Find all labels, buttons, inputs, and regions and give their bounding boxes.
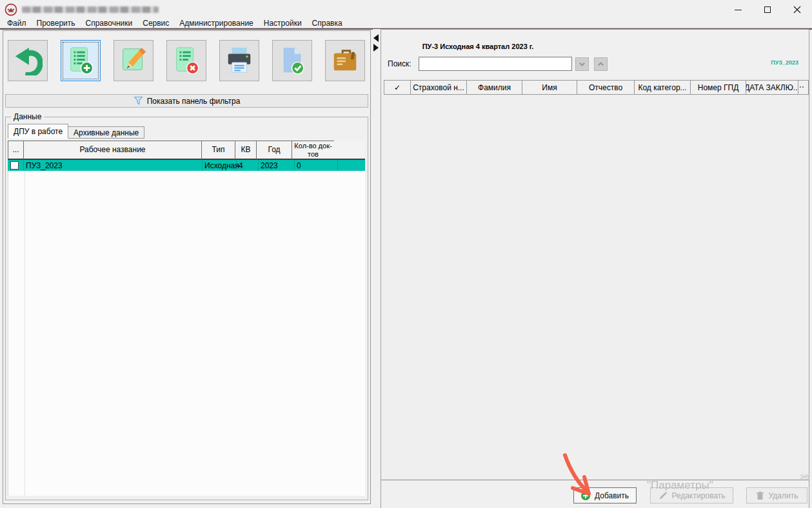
groupbox-title: Данные bbox=[11, 112, 44, 121]
add-button[interactable]: Добавить bbox=[573, 487, 637, 503]
menu-item-file[interactable]: Файл bbox=[4, 19, 30, 28]
column-chooser-dots bbox=[802, 86, 804, 88]
row-kv-cell: 4 bbox=[237, 160, 259, 171]
check-document-button[interactable] bbox=[272, 40, 312, 81]
add-document-icon bbox=[66, 46, 95, 75]
delete-document-icon bbox=[172, 46, 201, 75]
search-next-button[interactable] bbox=[575, 57, 589, 71]
add-button-label: Добавить bbox=[595, 491, 629, 500]
column-header-category[interactable]: Код категор... bbox=[634, 80, 691, 95]
packets-table-body[interactable] bbox=[8, 171, 365, 496]
column-header-kv[interactable]: КВ bbox=[235, 141, 257, 160]
add-document-button[interactable] bbox=[61, 40, 101, 81]
report-title: ПУ-3 Исходная 4 квартал 2023 г. bbox=[381, 43, 575, 50]
close-button[interactable] bbox=[782, 0, 812, 19]
menu-bar: Файл Проверить Справочники Сервис Админи… bbox=[0, 19, 350, 28]
row-doc-count-cell: 0 bbox=[295, 160, 338, 171]
column-header-contract-date[interactable]: ДАТА ЗАКЛЮ... bbox=[746, 80, 798, 95]
printer-icon bbox=[224, 46, 254, 75]
chevron-up-icon bbox=[597, 60, 605, 68]
column-header-insurance[interactable]: Страховой н... bbox=[410, 80, 467, 95]
window-controls bbox=[723, 0, 812, 19]
column-header-surname[interactable]: Фамилия bbox=[466, 80, 522, 95]
back-arrow-icon bbox=[13, 46, 43, 75]
search-label: Поиск: bbox=[388, 59, 411, 68]
packets-table: ... Рабочее название Тип КВ Год Кол-во д… bbox=[8, 141, 365, 171]
pencil-icon bbox=[659, 491, 668, 500]
filter-funnel-icon bbox=[134, 96, 143, 106]
menu-item-directories[interactable]: Справочники bbox=[83, 19, 136, 28]
check-document-icon bbox=[277, 46, 307, 75]
column-chooser-button[interactable] bbox=[798, 80, 809, 95]
minimize-icon bbox=[735, 10, 742, 10]
column-header-select[interactable]: ... bbox=[8, 141, 24, 160]
packets-table-header: ... Рабочее название Тип КВ Год Кол-во д… bbox=[8, 141, 365, 160]
row-year-cell: 2023 bbox=[259, 160, 295, 171]
maximize-button[interactable] bbox=[753, 0, 782, 19]
row-filler bbox=[338, 160, 365, 171]
tab-label: Архивные данные bbox=[74, 128, 139, 137]
delete-button[interactable]: Удалить bbox=[746, 487, 807, 503]
column-header-doc-count[interactable]: Кол-во док-тов bbox=[292, 141, 335, 160]
edit-button[interactable]: Редактировать bbox=[650, 487, 733, 503]
menu-item-help[interactable]: Справка bbox=[309, 19, 346, 28]
persons-table-body[interactable] bbox=[381, 95, 809, 480]
column-header-firstname[interactable]: Имя bbox=[522, 80, 577, 95]
back-button[interactable] bbox=[8, 40, 48, 81]
panel-splitter[interactable] bbox=[373, 29, 381, 508]
column-chooser-dots bbox=[800, 86, 801, 88]
window-title-redacted bbox=[22, 6, 159, 13]
data-groupbox: Данные ДПУ в работе Архивные данные ... … bbox=[5, 117, 368, 500]
title-bar bbox=[0, 0, 812, 19]
column-header-check[interactable]: ✓ bbox=[384, 80, 411, 95]
left-panel: Показать панель фильтра Данные ДПУ в раб… bbox=[3, 30, 371, 504]
edit-button-label: Редактировать bbox=[672, 491, 726, 500]
edit-document-button[interactable] bbox=[114, 40, 153, 81]
app-logo-icon bbox=[5, 3, 17, 16]
tab-dpu-in-work[interactable]: ДПУ в работе bbox=[8, 124, 68, 139]
collapse-right-icon[interactable] bbox=[373, 44, 379, 52]
persons-table-header: ✓ Страховой н... Фамилия Имя Отчество Ко… bbox=[384, 80, 809, 95]
column-gridline bbox=[25, 171, 25, 496]
show-filter-panel-button[interactable]: Показать панель фильтра bbox=[5, 94, 368, 108]
search-prev-button[interactable] bbox=[594, 57, 608, 71]
minimize-button[interactable] bbox=[723, 0, 753, 19]
column-header-filler bbox=[334, 141, 365, 160]
trash-icon bbox=[756, 491, 764, 500]
column-header-year[interactable]: Год bbox=[256, 141, 292, 160]
menu-item-service[interactable]: Сервис bbox=[139, 19, 172, 28]
menu-item-administration[interactable]: Администрирование bbox=[176, 19, 256, 28]
close-icon bbox=[793, 6, 801, 14]
packet-badge: ПУЗ_2023 bbox=[771, 59, 798, 66]
column-header-type[interactable]: Тип bbox=[201, 141, 235, 160]
tab-label: ДПУ в работе bbox=[14, 127, 63, 136]
collapse-left-icon[interactable] bbox=[373, 34, 379, 42]
right-panel: ПУ-3 Исходная 4 квартал 2023 г. Поиск: П… bbox=[381, 29, 809, 508]
row-checkbox[interactable] bbox=[10, 161, 19, 170]
archive-briefcase-button[interactable] bbox=[325, 40, 365, 81]
menu-item-settings[interactable]: Настройки bbox=[261, 19, 305, 28]
column-header-name[interactable]: Рабочее название bbox=[23, 141, 202, 160]
column-header-gpd-number[interactable]: Номер ГПД bbox=[690, 80, 746, 95]
row-name-cell: ПУЗ_2023 bbox=[24, 160, 203, 171]
add-plus-icon bbox=[581, 491, 590, 500]
table-row-selected[interactable]: ПУЗ_2023 Исходная 4 2023 0 bbox=[8, 160, 365, 171]
delete-button-label: Удалить bbox=[769, 491, 798, 500]
row-select-cell bbox=[8, 160, 24, 171]
delete-document-button[interactable] bbox=[166, 40, 206, 81]
edit-document-icon bbox=[119, 46, 148, 75]
print-button[interactable] bbox=[219, 40, 259, 81]
row-type-cell: Исходная bbox=[203, 160, 237, 171]
filter-toggle-label: Показать панель фильтра bbox=[147, 97, 241, 106]
menu-item-check[interactable]: Проверить bbox=[34, 19, 79, 28]
chevron-down-icon bbox=[578, 60, 586, 68]
maximize-icon bbox=[764, 6, 771, 13]
column-header-patronymic[interactable]: Отчество bbox=[577, 80, 635, 95]
briefcase-icon bbox=[330, 46, 360, 75]
data-tabs: ДПУ в работе Архивные данные bbox=[8, 124, 144, 139]
tab-archive-data[interactable]: Архивные данные bbox=[68, 126, 144, 139]
search-input[interactable] bbox=[419, 57, 572, 71]
